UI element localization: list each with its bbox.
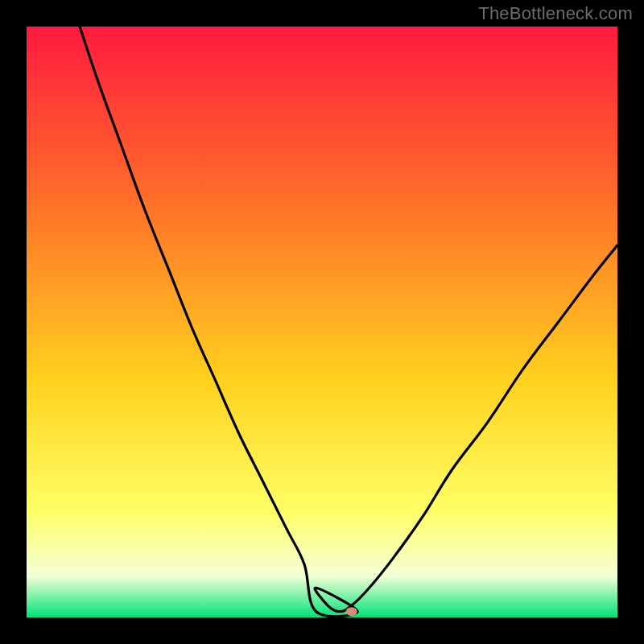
watermark-text: TheBottleneck.com (478, 3, 633, 24)
chart-frame: TheBottleneck.com (0, 0, 644, 644)
bottleneck-chart (27, 27, 617, 617)
optimum-marker (346, 607, 357, 616)
gradient-background (27, 27, 617, 617)
